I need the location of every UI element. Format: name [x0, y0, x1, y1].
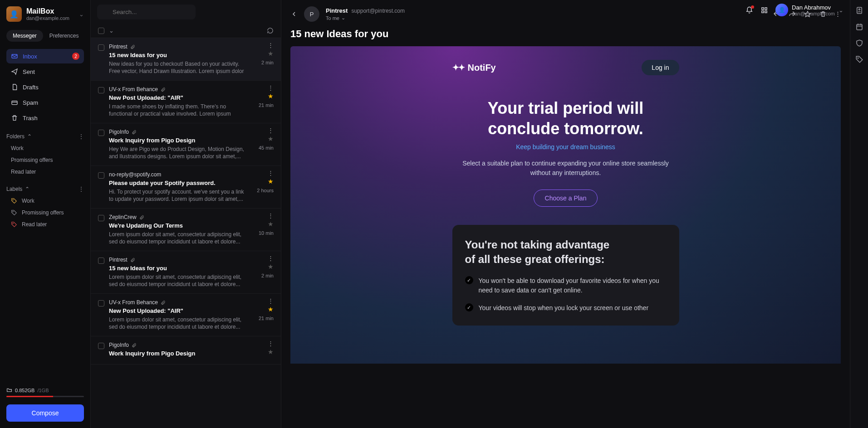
chevron-down-icon[interactable]: ⌄ — [79, 11, 84, 18]
folder-item[interactable]: Read later — [6, 166, 84, 178]
message-body: ✦✦ NotiFy Log in Your trial period will … — [290, 46, 841, 419]
compose-button[interactable]: Compose — [6, 404, 84, 422]
svg-rect-7 — [765, 7, 767, 9]
label-item[interactable]: Promissing offers — [6, 207, 84, 219]
star-icon[interactable]: ★ — [268, 220, 274, 228]
inbox-count-badge: 2 — [72, 53, 79, 60]
message-preview: Lorem ipsum dolor sit amet, consectetur … — [109, 316, 248, 331]
search-input[interactable] — [97, 5, 196, 19]
message-more-icon[interactable]: ⋮ — [268, 44, 274, 47]
message-from: PigoInfo — [109, 129, 248, 135]
back-icon[interactable] — [290, 10, 298, 18]
message-row[interactable]: Pintrest 15 new Ideas for you New ideas … — [91, 38, 281, 81]
svg-point-13 — [858, 58, 858, 58]
storage-fill — [6, 396, 53, 397]
svg-rect-1 — [12, 101, 17, 105]
spam-icon — [11, 99, 18, 106]
message-from: Pintrest — [109, 44, 248, 50]
message-subject: New Post Uploaded: "AIR" — [109, 307, 248, 314]
tab-preferences[interactable]: Preferences — [43, 30, 85, 42]
star-icon[interactable]: ★ — [268, 306, 274, 313]
star-icon[interactable]: ★ — [268, 348, 274, 355]
message-row[interactable]: UV-x From Behance New Post Uploaded: "AI… — [91, 81, 281, 123]
folders-more-icon[interactable]: ⋮ — [78, 133, 84, 140]
message-more-icon[interactable]: ⋮ — [268, 342, 274, 345]
message-time: 21 min — [259, 316, 274, 321]
svg-rect-12 — [857, 24, 862, 30]
message-list: Pintrest 15 new Ideas for you New ideas … — [91, 38, 281, 428]
message-from: UV-x From Behance — [109, 299, 248, 306]
message-row[interactable]: PigoInfo Work Inquiry from Pigo Design ⋮… — [91, 336, 281, 365]
message-more-icon[interactable]: ⋮ — [268, 171, 274, 175]
brand-subtitle: dan@example.com — [26, 15, 74, 21]
message-checkbox[interactable] — [98, 172, 104, 179]
labels-header[interactable]: Labels ⌃ ⋮ — [6, 186, 84, 192]
message-more-icon[interactable]: ⋮ — [268, 86, 274, 90]
chevron-down-icon[interactable]: ⌄ — [109, 27, 114, 34]
message-checkbox[interactable] — [98, 343, 104, 349]
email-subtext: Select a suitable plan to continue expan… — [452, 159, 679, 178]
message-row[interactable]: Pintrest 15 new Ideas for you Lorem ipsu… — [91, 251, 281, 294]
nav-inbox[interactable]: Inbox 2 — [6, 49, 84, 63]
contact-icon[interactable] — [855, 6, 863, 15]
message-checkbox[interactable] — [98, 130, 104, 136]
card-title: You're not taking advantage of all these… — [465, 238, 667, 267]
folders-header[interactable]: Folders ⌃ ⋮ — [6, 133, 84, 140]
message-row[interactable]: no-reply@spotify.com Please update your … — [91, 166, 281, 209]
brand-block[interactable]: 👤 MailBox dan@example.com ⌄ — [6, 6, 84, 22]
attachment-icon — [130, 44, 135, 49]
nav-drafts[interactable]: Drafts — [6, 80, 84, 94]
star-icon[interactable]: ★ — [268, 263, 274, 270]
message-subject: 15 new Ideas for you — [109, 52, 248, 58]
calendar-icon[interactable] — [855, 23, 863, 31]
recipient-line[interactable]: To me ⌄ — [326, 15, 405, 21]
nav-sent[interactable]: Sent — [6, 64, 84, 79]
trash-icon — [11, 114, 18, 122]
login-button[interactable]: Log in — [642, 60, 679, 75]
message-more-icon[interactable]: ⋮ — [268, 257, 274, 260]
message-checkbox[interactable] — [98, 44, 104, 51]
star-icon[interactable]: ★ — [268, 92, 274, 100]
svg-point-4 — [13, 223, 13, 224]
folder-item[interactable]: Work — [6, 142, 84, 154]
brand-title: MailBox — [26, 7, 74, 15]
message-time: 2 min — [261, 60, 274, 65]
nav-spam[interactable]: Spam — [6, 95, 84, 110]
nav-inbox-label: Inbox — [23, 53, 37, 60]
shield-icon[interactable] — [855, 39, 863, 47]
message-more-icon[interactable]: ⋮ — [268, 214, 274, 218]
message-subject: We're Updating Our Terms — [109, 222, 248, 229]
email-sublink[interactable]: Keep building your dream business — [452, 143, 679, 151]
message-preview: Lorem ipsum dolor sit amet, consectetur … — [109, 273, 248, 288]
message-row[interactable]: PigoInfo Work Inquiry from Pigo Design H… — [91, 123, 281, 166]
message-row[interactable]: ZeplinCrew We're Updating Our Terms Lore… — [91, 209, 281, 251]
star-icon[interactable]: ★ — [268, 50, 274, 57]
folder-item[interactable]: Promissing offers — [6, 154, 84, 166]
notifications-icon[interactable] — [745, 6, 753, 14]
message-checkbox[interactable] — [98, 87, 104, 93]
message-more-icon[interactable]: ⋮ — [268, 299, 274, 303]
refresh-icon[interactable] — [267, 27, 274, 34]
message-more-icon[interactable]: ⋮ — [268, 129, 274, 132]
user-menu[interactable]: 👤 Dan Abrahmov dan@example.com ⌄ — [775, 4, 843, 16]
nav-trash[interactable]: Trash — [6, 111, 84, 125]
message-preview: Hi. To protect your spotify account. we'… — [109, 188, 248, 203]
user-bar: 👤 Dan Abrahmov dan@example.com ⌄ — [745, 4, 843, 16]
message-preview: I made some shoes by inflating them. The… — [109, 103, 248, 117]
tab-messenger[interactable]: Messeger — [6, 30, 43, 42]
sidebar: 👤 MailBox dan@example.com ⌄ Messeger Pre… — [0, 0, 91, 428]
label-item[interactable]: Work — [6, 195, 84, 207]
labels-more-icon[interactable]: ⋮ — [78, 186, 84, 192]
message-checkbox[interactable] — [98, 258, 104, 264]
choose-plan-button[interactable]: Choose a Plan — [534, 190, 598, 207]
message-preview: Hey We are Pigo we do Product Design, Mo… — [109, 146, 248, 160]
star-icon[interactable]: ★ — [268, 135, 274, 142]
select-all-checkbox[interactable] — [98, 28, 104, 34]
message-checkbox[interactable] — [98, 215, 104, 221]
label-item[interactable]: Read later — [6, 219, 84, 230]
message-checkbox[interactable] — [98, 300, 104, 306]
apps-icon[interactable] — [760, 6, 768, 14]
star-icon[interactable]: ★ — [268, 178, 274, 185]
tag-icon[interactable] — [855, 55, 863, 63]
message-row[interactable]: UV-x From Behance New Post Uploaded: "AI… — [91, 294, 281, 336]
